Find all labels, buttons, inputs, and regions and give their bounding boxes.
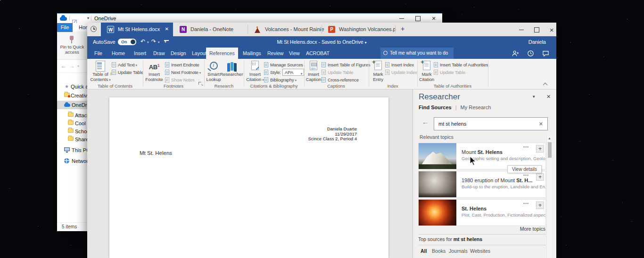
lightbulb-icon bbox=[383, 51, 388, 55]
folder-icon bbox=[68, 137, 74, 141]
tab-find-sources[interactable]: Find Sources bbox=[419, 105, 452, 110]
document-page[interactable]: Daniela Duarte 11/29/2017 Scince Class 2… bbox=[109, 97, 388, 258]
add-text-icon bbox=[112, 62, 116, 67]
update-table-icon bbox=[112, 70, 116, 75]
clear-search-icon[interactable] bbox=[539, 121, 543, 127]
card-add-icon[interactable] bbox=[536, 145, 544, 153]
word-maximize-button[interactable] bbox=[529, 23, 544, 36]
filter-websites[interactable]: Websites bbox=[470, 248, 490, 254]
onedrive-icon bbox=[60, 17, 67, 21]
insert-table-of-figures-button[interactable]: Insert Table of Figures bbox=[328, 62, 370, 69]
comments-icon[interactable] bbox=[542, 50, 549, 57]
qat-customize-icon[interactable]: ▾ bbox=[87, 16, 89, 20]
ribbon-tab-acrobat[interactable]: ACROBAT bbox=[306, 48, 330, 59]
show-notes-icon bbox=[165, 77, 169, 82]
explorer-close-button[interactable] bbox=[426, 14, 442, 23]
insert-index-button[interactable]: Insert Index bbox=[391, 62, 414, 69]
card-more-options-icon[interactable] bbox=[523, 199, 529, 205]
explorer-minimize-button[interactable] bbox=[394, 14, 410, 23]
next-footnote-icon bbox=[165, 70, 169, 75]
tell-me-search[interactable]: Tell me what you want to do bbox=[380, 48, 454, 59]
search-query: mt st helens bbox=[438, 121, 466, 127]
word-close-button[interactable] bbox=[544, 23, 559, 36]
update-table-figures-button[interactable]: Update Table bbox=[328, 69, 353, 76]
scrollbar[interactable]: ▲ bbox=[546, 135, 552, 258]
filter-all[interactable]: All bbox=[421, 248, 427, 254]
group-label-research: Research bbox=[215, 83, 234, 89]
ribbon-tab-draw[interactable]: Draw bbox=[153, 48, 165, 59]
add-text-button[interactable]: Add Text bbox=[118, 62, 137, 69]
back-arrow-icon[interactable]: ← bbox=[422, 118, 429, 126]
eruption-art-image bbox=[419, 200, 456, 226]
next-footnote-button[interactable]: Next Footnote bbox=[171, 69, 201, 76]
pane-options-icon[interactable]: ▾ bbox=[533, 94, 535, 99]
scrollbar-up-icon[interactable]: ▲ bbox=[548, 137, 551, 140]
ribbon-tab-references[interactable]: References bbox=[206, 48, 238, 59]
scrollbar-thumb[interactable] bbox=[548, 142, 552, 158]
collapse-ribbon-icon[interactable] bbox=[543, 83, 548, 88]
tab-word-document[interactable]: Mt St Helens.docx bbox=[101, 23, 173, 36]
cross-reference-icon bbox=[322, 77, 326, 82]
card-add-icon[interactable] bbox=[536, 173, 544, 181]
ribbon-tab-home[interactable]: Home bbox=[112, 48, 125, 59]
insert-table-of-authorities-button[interactable]: Insert Table of Authorities bbox=[440, 62, 488, 69]
footnotes-dialog-launcher-icon[interactable] bbox=[198, 82, 203, 86]
tab-onenote[interactable]: Daniela - OneNote bbox=[173, 23, 247, 36]
group-label-authorities: Table of Authorities bbox=[434, 83, 471, 89]
recent-locations-icon[interactable]: ▾ bbox=[77, 64, 79, 68]
pane-close-icon[interactable] bbox=[546, 94, 551, 100]
document-title[interactable]: Mt St Helens.docx - Saved to OneDrive ▾ bbox=[87, 39, 556, 45]
tab-close-icon[interactable] bbox=[165, 26, 169, 32]
researcher-search-box[interactable]: mt st helens bbox=[434, 117, 548, 130]
ribbon-tab-mailings[interactable]: Mailings bbox=[243, 48, 261, 59]
filter-books[interactable]: Books bbox=[432, 248, 446, 254]
group-label-citations: Citations & Bibliography bbox=[250, 83, 298, 89]
share-icon[interactable] bbox=[512, 50, 519, 57]
manage-sources-button[interactable]: Manage Sources bbox=[270, 62, 303, 69]
pin-to-quick-access-button[interactable]: Pin to Quick access bbox=[57, 44, 87, 55]
explorer-titlebar[interactable]: ▾ OneDrive bbox=[57, 14, 442, 24]
table-of-contents-button[interactable]: Table of Contents bbox=[87, 60, 114, 82]
explorer-file-tab[interactable]: File bbox=[57, 23, 73, 32]
network-globe-icon bbox=[64, 158, 69, 163]
researcher-pane: Researcher ▾ Find Sources|My Research ← … bbox=[413, 89, 556, 258]
tab-my-research[interactable]: My Research bbox=[461, 105, 491, 110]
tab-history-button[interactable] bbox=[87, 23, 101, 36]
bibliography-icon bbox=[264, 77, 268, 82]
insert-endnote-button[interactable]: Insert Endnote bbox=[171, 62, 199, 69]
card-more-options-icon[interactable] bbox=[523, 143, 529, 148]
bibliography-button[interactable]: Bibliography bbox=[270, 77, 297, 84]
ribbon-tab-layout[interactable]: Layout bbox=[192, 48, 207, 59]
insert-index-icon bbox=[385, 62, 389, 67]
filter-journals[interactable]: Journals bbox=[449, 248, 468, 254]
account-name[interactable]: Daniela bbox=[528, 39, 546, 45]
tab-edge-volcanoes[interactable]: Volcanoes - Mount Rainie bbox=[248, 23, 321, 36]
ribbon-tab-design[interactable]: Design bbox=[171, 48, 186, 59]
show-notes-button[interactable]: Show Notes bbox=[171, 77, 195, 84]
star-icon: ★ bbox=[65, 82, 69, 91]
insert-endnote-icon bbox=[165, 62, 169, 67]
update-table-authorities-button[interactable]: Update Table bbox=[440, 69, 465, 76]
insert-footnote-button[interactable]: AB1 Insert Footnote bbox=[141, 60, 167, 82]
forward-button[interactable]: → bbox=[69, 63, 75, 69]
researcher-button[interactable]: Researcher bbox=[218, 60, 245, 77]
card-add-icon[interactable] bbox=[536, 202, 544, 209]
ribbon-tab-view[interactable]: View bbox=[289, 48, 300, 59]
topic-card-st-helens[interactable]: St. Helens Plot, Cast, Production, Ficti… bbox=[418, 199, 546, 226]
topic-card-1980-eruption[interactable]: 1980 eruption of Mount St. H... Build-up… bbox=[418, 171, 546, 198]
ribbon-tab-file[interactable]: File bbox=[94, 48, 102, 59]
new-tab-button[interactable] bbox=[396, 25, 409, 34]
ribbon-tab-insert[interactable]: Insert bbox=[134, 48, 146, 59]
cross-reference-button[interactable]: Cross-reference bbox=[328, 77, 359, 84]
ribbon-tab-bar: File Home Insert Draw Design Layout Refe… bbox=[87, 48, 556, 59]
folder-icon bbox=[68, 129, 74, 133]
word-minimize-button[interactable] bbox=[514, 23, 529, 36]
tab-powerpoint[interactable]: Washington Volcanoes.p bbox=[322, 23, 395, 36]
more-topics-link[interactable]: More topics bbox=[520, 226, 545, 232]
ribbon-tab-review[interactable]: Review bbox=[267, 48, 283, 59]
update-table-button[interactable]: Update Table bbox=[118, 69, 143, 76]
clock-icon bbox=[91, 26, 97, 32]
explorer-maximize-button[interactable] bbox=[410, 14, 426, 23]
back-button[interactable]: ← bbox=[61, 63, 66, 69]
history-icon[interactable] bbox=[527, 50, 534, 57]
